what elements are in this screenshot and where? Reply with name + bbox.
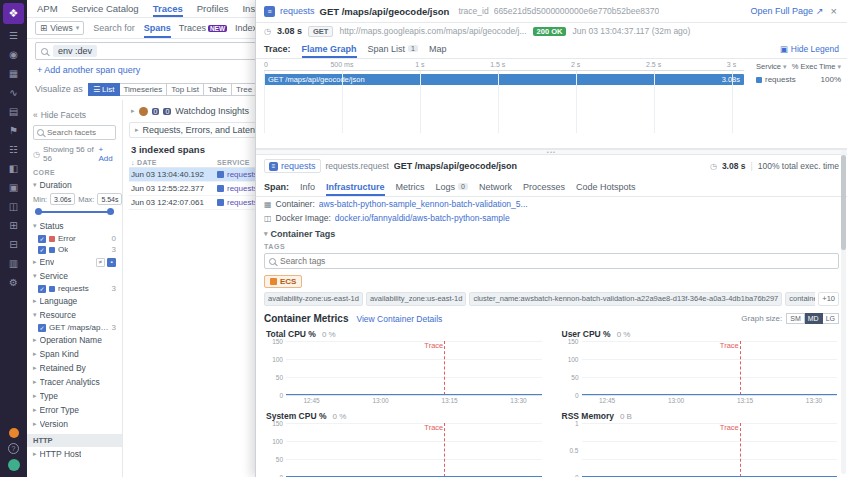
settings-icon[interactable]: ⚙ (9, 274, 18, 290)
watchdog-icon[interactable]: ◉ (9, 46, 18, 62)
facet-group-retained-by[interactable]: ▸Retained By (27, 361, 122, 375)
nav-tab-traces[interactable]: Traces (153, 0, 183, 17)
color-by-dropdown[interactable]: Service▾ (756, 62, 787, 71)
trace-tab-span-list[interactable]: Span List1 (368, 39, 418, 58)
facet-group-type[interactable]: ▸Type (27, 389, 122, 403)
duration-max-input[interactable] (97, 193, 122, 205)
facet-search-field[interactable] (33, 125, 116, 140)
duration-slider[interactable] (35, 208, 114, 216)
checkbox-icon[interactable]: ✓ (38, 285, 46, 293)
chart-plot[interactable]: 150100500Trace (582, 341, 838, 396)
notebooks-icon[interactable]: ▥ (9, 255, 18, 271)
infrastructure-icon[interactable]: ▦ (9, 65, 18, 81)
span-tab-network[interactable]: Network (479, 177, 512, 196)
facet-group-operation-name[interactable]: ▸Operation Name (27, 333, 122, 347)
view-container-details-link[interactable]: View Container Details (356, 314, 442, 324)
tag-chip[interactable]: cluster_name:awsbatch-kennon-batch-valid… (469, 292, 782, 306)
synthetics-icon[interactable]: ◫ (9, 198, 18, 214)
span-bar[interactable]: GET /maps/api/geocode/json 3.08s (264, 74, 744, 85)
slider-handle-max[interactable] (107, 208, 114, 215)
exec-time-dropdown[interactable]: % Exec Time▾ (792, 62, 841, 71)
tag-chip[interactable]: availability_zone:us-east-1d (366, 292, 467, 306)
trace-id-value[interactable]: 665e21d5d5000000000e6e770b52bee8370 (494, 6, 659, 16)
facet-group-resource[interactable]: ▾Resource (27, 308, 122, 322)
add-facet-button[interactable]: + Add (98, 145, 116, 163)
mode-tab-spans[interactable]: Spans (144, 18, 171, 38)
container-link[interactable]: aws-batch-python-sample_kennon-batch-val… (319, 199, 528, 209)
scrollbar-thumb[interactable] (841, 155, 846, 250)
facet-value-error[interactable]: ✓Error0 (27, 233, 122, 244)
integrations-icon[interactable]: ⊟ (9, 236, 17, 252)
graph-size-md[interactable]: MD (805, 313, 823, 324)
dashboards-icon[interactable]: ▤ (9, 103, 18, 119)
open-full-page-link[interactable]: Open Full Page↗ (750, 6, 823, 16)
chart-plot[interactable]: 150100500Trace (286, 341, 542, 396)
more-tags-button[interactable]: +10 (818, 292, 839, 306)
security-icon[interactable]: ▣ (9, 179, 18, 195)
viz-option-top-list[interactable]: Top List (167, 83, 204, 96)
tag-chip[interactable]: container_id:d5fd2b791a07462f9fbe2c0c438… (785, 292, 815, 306)
span-tab-processes[interactable]: Processes (523, 177, 565, 196)
datadog-logo-icon[interactable]: ❖ (3, 3, 24, 24)
facet-group-service[interactable]: ▾Service (27, 269, 122, 283)
ecs-chip[interactable]: ECS (264, 275, 302, 288)
span-service-chip[interactable]: ≡requests (264, 159, 321, 173)
span-tab-infrastructure[interactable]: Infrastructure (326, 177, 385, 196)
facet-group-status[interactable]: ▾Status (27, 219, 122, 233)
nav-tab-service-catalog[interactable]: Service Catalog (72, 0, 139, 17)
facet-group-tracer-analytics[interactable]: ▸Tracer Analytics (27, 375, 122, 389)
facet-value-requests[interactable]: ✓requests3 (27, 283, 122, 294)
facet-group-env[interactable]: ▸Env≠▪ (27, 255, 122, 269)
query-chip[interactable]: env :dev (53, 45, 97, 57)
scrollbar-track[interactable] (841, 150, 846, 474)
facet-search-input[interactable] (47, 128, 112, 137)
help-icon[interactable]: ? (8, 443, 19, 454)
duration-min-input[interactable] (50, 193, 75, 205)
checkbox-icon[interactable]: ✓ (38, 246, 46, 254)
trace-tab-flame-graph[interactable]: Flame Graph (302, 39, 357, 58)
apm-icon[interactable]: ◧ (9, 160, 18, 176)
span-tab-info[interactable]: Info (300, 177, 315, 196)
hide-legend-button[interactable]: ▣Hide Legend (780, 44, 839, 54)
tag-search-input[interactable] (280, 256, 834, 266)
views-button[interactable]: ⊞Views▾ (35, 21, 84, 35)
facet-group-span-kind[interactable]: ▸Span Kind (27, 347, 122, 361)
facet-value-ok[interactable]: ✓Ok3 (27, 244, 122, 255)
menu-icon[interactable]: ☰ (9, 27, 18, 43)
facet-group-http-host[interactable]: ▸HTTP Host (27, 447, 122, 461)
tag-search-field[interactable] (264, 253, 839, 269)
checkbox-icon[interactable]: ✓ (38, 235, 46, 243)
facet-group-language[interactable]: ▸Language (27, 294, 122, 308)
facet-value-get-maps-api-geoc[interactable]: ✓GET /maps/api/geoc...3 (27, 322, 122, 333)
viz-option-list[interactable]: ☰List (88, 83, 120, 96)
legend-item-requests[interactable]: requests 100% (756, 75, 841, 84)
mode-tab-traces[interactable]: TracesNEW (179, 18, 227, 38)
column-header-date[interactable]: ↓ DATE (131, 159, 217, 166)
slider-handle-min[interactable] (35, 208, 42, 215)
hide-facets-button[interactable]: «Hide Facets (27, 110, 122, 120)
monitors-icon[interactable]: ⚑ (9, 122, 18, 138)
facet-group-version[interactable]: ▸Version (27, 417, 122, 431)
container-tags-header[interactable]: ▾ Container Tags (256, 225, 847, 240)
viz-option-table[interactable]: Table (204, 83, 232, 96)
close-icon[interactable]: × (829, 5, 839, 17)
span-tab-logs[interactable]: Logs0 (436, 177, 468, 196)
facet-group-error-type[interactable]: ▸Error Type (27, 403, 122, 417)
duration-group-header[interactable]: ▾Duration (33, 180, 116, 190)
docker-image-link[interactable]: docker.io/fannyaldid/aws-batch-python-sa… (335, 213, 510, 223)
graph-size-sm[interactable]: SM (786, 313, 805, 324)
logs-icon[interactable]: ☷ (9, 141, 18, 157)
service-name-link[interactable]: requests (280, 6, 315, 16)
tag-chip[interactable]: availability-zone:us-east-1d (264, 292, 363, 306)
viz-option-timeseries[interactable]: Timeseries (120, 83, 168, 96)
nav-tab-apm[interactable]: APM (37, 0, 58, 17)
metrics-icon[interactable]: ∿ (9, 84, 17, 100)
span-tab-code-hotspots[interactable]: Code Hotspots (576, 177, 636, 196)
flame-graph-canvas[interactable]: GET /maps/api/geocode/json 3.08s (264, 71, 744, 145)
nav-tab-profiles[interactable]: Profiles (197, 0, 229, 17)
chart-plot[interactable]: 10.50Trace (582, 423, 838, 477)
chart-plot[interactable]: 150100500Trace (286, 423, 542, 477)
user-avatar[interactable] (8, 459, 20, 471)
checkbox-icon[interactable]: ✓ (38, 324, 46, 332)
span-tab-metrics[interactable]: Metrics (396, 177, 425, 196)
